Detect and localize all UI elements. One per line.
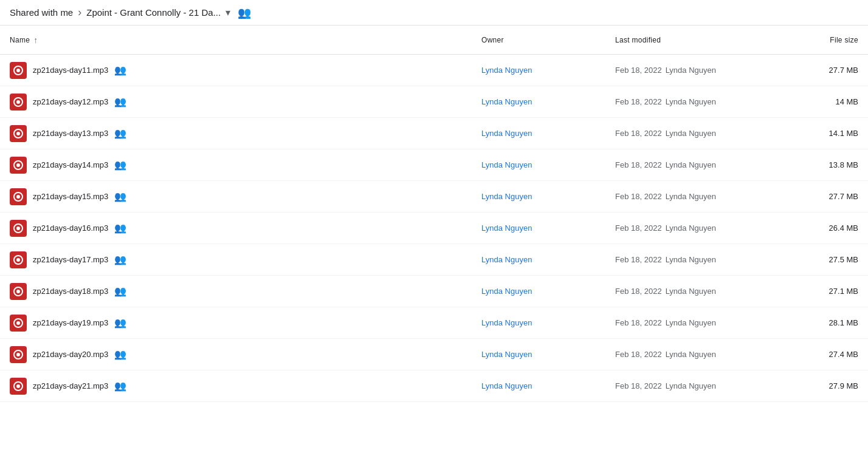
- audio-icon: [13, 223, 23, 233]
- file-modified-cell: Feb 18, 2022 Lynda Nguyen: [615, 381, 785, 390]
- audio-icon: [13, 129, 23, 138]
- file-name-label: zp21days-day16.mp3: [33, 223, 108, 233]
- file-owner-cell: Lynda Nguyen: [481, 66, 615, 75]
- shared-with-icon: 👥: [114, 222, 126, 234]
- file-modified-cell: Feb 18, 2022 Lynda Nguyen: [615, 129, 785, 138]
- file-owner-cell: Lynda Nguyen: [481, 160, 615, 169]
- table-header: Name ↑ Owner Last modified File size: [0, 26, 868, 55]
- file-name-cell: zp21days-day18.mp3 👥: [10, 283, 481, 300]
- shared-with-icon: 👥: [114, 128, 126, 139]
- file-name-cell: zp21days-day12.mp3 👥: [10, 94, 481, 111]
- file-name-label: zp21days-day20.mp3: [33, 350, 108, 359]
- table-row[interactable]: zp21days-day21.mp3 👥 Lynda Nguyen Feb 18…: [0, 370, 868, 402]
- table-row[interactable]: zp21days-day17.mp3 👥 Lynda Nguyen Feb 18…: [0, 244, 868, 276]
- modified-date: Feb 18, 2022: [615, 160, 662, 169]
- table-row[interactable]: zp21days-day20.mp3 👥 Lynda Nguyen Feb 18…: [0, 339, 868, 370]
- file-type-icon: [10, 346, 27, 363]
- modified-date: Feb 18, 2022: [615, 66, 662, 75]
- file-name-cell: zp21days-day11.mp3 👥: [10, 62, 481, 79]
- breadcrumb-people-icon[interactable]: 👥: [238, 6, 251, 19]
- file-type-icon: [10, 188, 27, 205]
- table-row[interactable]: zp21days-day19.mp3 👥 Lynda Nguyen Feb 18…: [0, 307, 868, 339]
- modified-date: Feb 18, 2022: [615, 192, 662, 201]
- modified-by: Lynda Nguyen: [666, 66, 716, 75]
- modified-by: Lynda Nguyen: [666, 318, 716, 327]
- file-modified-cell: Feb 18, 2022 Lynda Nguyen: [615, 318, 785, 327]
- file-modified-cell: Feb 18, 2022 Lynda Nguyen: [615, 287, 785, 296]
- file-type-icon: [10, 94, 27, 111]
- shared-with-icon: 👥: [114, 64, 126, 76]
- file-name-cell: zp21days-day13.mp3 👥: [10, 125, 481, 142]
- file-owner-cell: Lynda Nguyen: [481, 223, 615, 233]
- file-name-label: zp21days-day21.mp3: [33, 381, 108, 390]
- modified-date: Feb 18, 2022: [615, 318, 662, 327]
- file-owner-cell: Lynda Nguyen: [481, 97, 615, 106]
- column-header-size[interactable]: File size: [785, 36, 858, 44]
- shared-with-icon: 👥: [114, 380, 126, 392]
- file-size-cell: 27.7 MB: [785, 66, 858, 75]
- file-name-label: zp21days-day15.mp3: [33, 192, 108, 201]
- modified-by: Lynda Nguyen: [666, 97, 716, 106]
- breadcrumb-shared-link[interactable]: Shared with me: [10, 7, 73, 18]
- column-header-modified[interactable]: Last modified: [615, 36, 785, 44]
- file-type-icon: [10, 62, 27, 79]
- shared-with-icon: 👥: [114, 349, 126, 360]
- file-modified-cell: Feb 18, 2022 Lynda Nguyen: [615, 350, 785, 359]
- table-row[interactable]: zp21days-day16.mp3 👥 Lynda Nguyen Feb 18…: [0, 213, 868, 244]
- file-size-cell: 27.1 MB: [785, 287, 858, 296]
- file-size-cell: 14.1 MB: [785, 129, 858, 138]
- audio-icon: [13, 192, 23, 202]
- modified-date: Feb 18, 2022: [615, 255, 662, 264]
- file-size-cell: 27.7 MB: [785, 192, 858, 201]
- shared-with-icon: 👥: [114, 317, 126, 329]
- table-row[interactable]: zp21days-day18.mp3 👥 Lynda Nguyen Feb 18…: [0, 276, 868, 307]
- file-name-label: zp21days-day18.mp3: [33, 287, 108, 296]
- file-name-cell: zp21days-day19.mp3 👥: [10, 315, 481, 332]
- name-column-label: Name: [10, 36, 30, 44]
- file-type-icon: [10, 315, 27, 332]
- file-name-label: zp21days-day19.mp3: [33, 318, 108, 327]
- file-list: zp21days-day11.mp3 👥 Lynda Nguyen Feb 18…: [0, 55, 868, 402]
- file-owner-cell: Lynda Nguyen: [481, 192, 615, 201]
- breadcrumb-separator: ›: [78, 6, 81, 19]
- column-header-owner[interactable]: Owner: [481, 36, 615, 44]
- table-row[interactable]: zp21days-day11.mp3 👥 Lynda Nguyen Feb 18…: [0, 55, 868, 86]
- file-type-icon: [10, 251, 27, 268]
- breadcrumb-dropdown-icon[interactable]: ▾: [226, 7, 230, 18]
- file-type-icon: [10, 157, 27, 174]
- audio-icon: [13, 97, 23, 107]
- file-modified-cell: Feb 18, 2022 Lynda Nguyen: [615, 255, 785, 264]
- file-name-cell: zp21days-day21.mp3 👥: [10, 378, 481, 395]
- file-type-icon: [10, 220, 27, 237]
- modified-by: Lynda Nguyen: [666, 223, 716, 233]
- file-owner-cell: Lynda Nguyen: [481, 129, 615, 138]
- file-size-cell: 27.5 MB: [785, 255, 858, 264]
- modified-date: Feb 18, 2022: [615, 97, 662, 106]
- file-owner-cell: Lynda Nguyen: [481, 255, 615, 264]
- file-owner-cell: Lynda Nguyen: [481, 318, 615, 327]
- file-owner-cell: Lynda Nguyen: [481, 350, 615, 359]
- table-row[interactable]: zp21days-day13.mp3 👥 Lynda Nguyen Feb 18…: [0, 118, 868, 149]
- shared-with-icon: 👥: [114, 96, 126, 107]
- file-size-cell: 27.9 MB: [785, 381, 858, 390]
- table-row[interactable]: zp21days-day14.mp3 👥 Lynda Nguyen Feb 18…: [0, 149, 868, 181]
- file-size-cell: 28.1 MB: [785, 318, 858, 327]
- shared-with-icon: 👥: [114, 191, 126, 202]
- file-type-icon: [10, 283, 27, 300]
- file-type-icon: [10, 125, 27, 142]
- file-size-cell: 14 MB: [785, 97, 858, 106]
- file-modified-cell: Feb 18, 2022 Lynda Nguyen: [615, 192, 785, 201]
- file-type-icon: [10, 378, 27, 395]
- file-owner-cell: Lynda Nguyen: [481, 381, 615, 390]
- column-header-name[interactable]: Name ↑: [10, 35, 481, 45]
- modified-by: Lynda Nguyen: [666, 160, 716, 169]
- modified-by: Lynda Nguyen: [666, 129, 716, 138]
- breadcrumb-folder-name[interactable]: Zpoint - Grant Connolly - 21 Da...: [86, 7, 221, 18]
- file-name-label: zp21days-day13.mp3: [33, 129, 108, 138]
- modified-date: Feb 18, 2022: [615, 350, 662, 359]
- file-modified-cell: Feb 18, 2022 Lynda Nguyen: [615, 160, 785, 169]
- table-row[interactable]: zp21days-day15.mp3 👥 Lynda Nguyen Feb 18…: [0, 181, 868, 213]
- breadcrumb: Shared with me › Zpoint - Grant Connolly…: [0, 0, 868, 26]
- table-row[interactable]: zp21days-day12.mp3 👥 Lynda Nguyen Feb 18…: [0, 86, 868, 118]
- file-modified-cell: Feb 18, 2022 Lynda Nguyen: [615, 66, 785, 75]
